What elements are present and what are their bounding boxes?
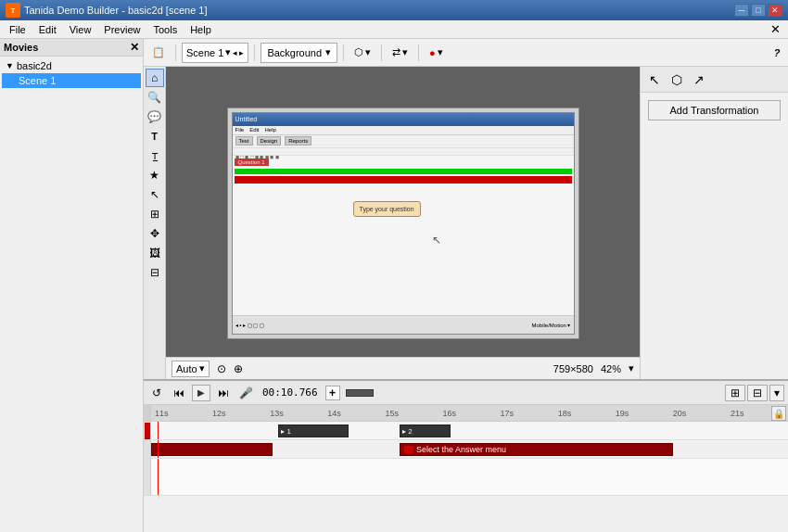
tool-crop[interactable]: ⊞ bbox=[146, 205, 164, 223]
cube-icon: ⬡ bbox=[354, 46, 363, 58]
canvas-info: 759×580 42% ▾ bbox=[553, 362, 634, 374]
tool-move[interactable]: ✥ bbox=[146, 224, 164, 243]
tool-home[interactable]: ⌂ bbox=[146, 69, 164, 87]
track-2-item-left[interactable] bbox=[151, 443, 273, 456]
transition-dropdown-arrow: ▾ bbox=[402, 46, 408, 58]
timeline-tracks: ▸ 1 ▸ 2 bbox=[144, 422, 788, 532]
lasso-icon[interactable]: ⊙ bbox=[217, 362, 226, 375]
track-1-label bbox=[144, 422, 151, 439]
maximize-button[interactable]: □ bbox=[751, 4, 766, 17]
menu-bar: File Edit View Preview Tools Help ✕ bbox=[0, 20, 788, 39]
track-3-content[interactable] bbox=[151, 459, 788, 495]
ruler-mark-11s: 11s bbox=[155, 409, 212, 418]
menu-help[interactable]: Help bbox=[184, 22, 217, 37]
new-scene-icon: 📋 bbox=[152, 46, 165, 58]
preview-status-icons: ◂ ▪ ▸ ◻ ◻ ◻ bbox=[235, 322, 264, 328]
play-button[interactable]: ▶ bbox=[192, 385, 210, 401]
timeline-toolbar: ↺ ⏮ ▶ ⏭ 🎤 00:10.766 + ⊞ ⊟ ▾ bbox=[144, 381, 788, 405]
background-dropdown[interactable]: Background ▾ bbox=[261, 43, 337, 63]
timeline-scrubber[interactable] bbox=[346, 389, 374, 397]
separator-1 bbox=[175, 44, 176, 61]
menu-preview[interactable]: Preview bbox=[98, 22, 146, 37]
tree-arrow-icon: ▼ bbox=[6, 61, 14, 70]
ruler-mark-13s: 13s bbox=[270, 409, 327, 418]
menu-tools[interactable]: Tools bbox=[147, 22, 183, 37]
preview-green-bar bbox=[235, 169, 572, 174]
separator-5 bbox=[418, 44, 419, 61]
track-2-content[interactable]: Select the Answer menu bbox=[151, 440, 788, 458]
playhead bbox=[158, 422, 159, 439]
tool-star[interactable]: ★ bbox=[146, 166, 164, 184]
tool-image[interactable]: 🖼 bbox=[146, 244, 164, 262]
main-toolbar: 📋 Scene 1 ▾ ◂ ▸ Background ▾ ⬡ ▾ ⇄ bbox=[144, 39, 788, 67]
path-tool-btn[interactable]: ↗ bbox=[689, 70, 709, 89]
title-bar: T Tanida Demo Builder - basic2d [scene 1… bbox=[0, 0, 788, 20]
ruler-mark-20s: 20s bbox=[673, 409, 731, 418]
preview-menu-edit: Edit bbox=[249, 127, 259, 133]
preview-tab1: Test bbox=[235, 136, 253, 146]
more-options-button[interactable]: ▾ bbox=[769, 385, 784, 401]
timeline-section: ↺ ⏮ ▶ ⏭ 🎤 00:10.766 + ⊞ ⊟ ▾ 11s bbox=[144, 379, 788, 532]
tool-comment[interactable]: 💬 bbox=[146, 108, 164, 126]
app-icon: T bbox=[6, 3, 20, 18]
minimize-button[interactable]: ─ bbox=[734, 4, 749, 17]
crosshair-icon[interactable]: ⊕ bbox=[234, 362, 243, 375]
scene-nav-prev[interactable]: ◂ bbox=[233, 48, 237, 57]
add-keyframe-button[interactable]: + bbox=[325, 386, 340, 400]
content-area: 📋 Scene 1 ▾ ◂ ▸ Background ▾ ⬡ ▾ ⇄ bbox=[144, 39, 788, 532]
collapse-tracks-button[interactable]: ⊟ bbox=[747, 385, 768, 401]
track-2-label bbox=[144, 440, 151, 458]
shape-tool-btn[interactable]: ⬡ bbox=[667, 70, 687, 89]
track-1-content[interactable]: ▸ 1 ▸ 2 bbox=[151, 422, 788, 439]
menu-edit[interactable]: Edit bbox=[33, 22, 62, 37]
ruler-left-gutter bbox=[144, 405, 151, 421]
preview-menu-help: Help bbox=[265, 127, 276, 133]
zoom-dropdown-arrow[interactable]: ▾ bbox=[629, 362, 634, 374]
tool-grid[interactable]: ⊟ bbox=[146, 263, 164, 282]
tool-zoom[interactable]: 🔍 bbox=[146, 88, 164, 107]
3d-button[interactable]: ⬡ ▾ bbox=[350, 43, 375, 63]
movies-close-icon[interactable]: ✕ bbox=[130, 41, 139, 54]
tool-select[interactable]: ↖ bbox=[146, 185, 164, 204]
menu-close-icon[interactable]: ✕ bbox=[767, 22, 784, 36]
ruler-mark-19s: 19s bbox=[616, 409, 673, 418]
preview-app-window: Untitled File Edit Help Test Design Repo… bbox=[232, 112, 575, 335]
track-2-item-main[interactable]: Select the Answer menu bbox=[400, 443, 673, 456]
scene-nav-next[interactable]: ▸ bbox=[239, 48, 244, 57]
preview-tooltip: Type your question bbox=[353, 201, 421, 217]
tree-root-label: basic2d bbox=[17, 60, 52, 71]
menu-view[interactable]: View bbox=[64, 22, 97, 37]
cursor-tool-btn[interactable]: ↖ bbox=[644, 70, 665, 89]
tool-text[interactable]: T bbox=[146, 127, 164, 146]
expand-tracks-button[interactable]: ⊞ bbox=[725, 385, 745, 401]
scene-dropdown-arrow: ▾ bbox=[225, 46, 231, 58]
separator-3 bbox=[343, 44, 344, 61]
undo-button[interactable]: ↺ bbox=[147, 385, 166, 401]
track-row-1: ▸ 1 ▸ 2 bbox=[144, 422, 788, 440]
timeline-item-2[interactable]: ▸ 2 bbox=[400, 424, 451, 437]
mic-button[interactable]: 🎤 bbox=[236, 385, 255, 401]
add-transformation-button[interactable]: Add Transformation bbox=[648, 100, 781, 120]
transition-button[interactable]: ⇄ ▾ bbox=[388, 43, 413, 63]
preview-tab3: Reports bbox=[285, 136, 311, 146]
skip-fwd-button[interactable]: ⏭ bbox=[214, 385, 233, 401]
canvas-bottom-bar: Auto ▾ ⊙ ⊕ 759×580 42% ▾ bbox=[166, 357, 640, 379]
flag-icon bbox=[404, 446, 413, 453]
record-button[interactable]: ● ▾ bbox=[425, 43, 448, 63]
menu-file[interactable]: File bbox=[4, 22, 32, 37]
auto-dropdown[interactable]: Auto ▾ bbox=[172, 361, 210, 377]
timeline-item-1[interactable]: ▸ 1 bbox=[278, 424, 349, 437]
separator-2 bbox=[254, 44, 255, 61]
scene-dropdown[interactable]: Scene 1 ▾ ◂ ▸ bbox=[182, 43, 248, 63]
new-scene-button[interactable]: 📋 bbox=[147, 43, 170, 63]
tree-item-scene1[interactable]: Scene 1 bbox=[2, 73, 141, 88]
lock-button[interactable]: 🔒 bbox=[771, 406, 786, 421]
close-button[interactable]: ✕ bbox=[768, 4, 782, 17]
preview-menu-file: File bbox=[235, 127, 245, 133]
skip-back-button[interactable]: ⏮ bbox=[170, 385, 188, 401]
track-3-label bbox=[144, 459, 151, 495]
tree-item-root[interactable]: ▼ basic2d bbox=[2, 58, 141, 73]
help-icon[interactable]: ? bbox=[769, 45, 784, 60]
cursor-icon: ↖ bbox=[432, 234, 441, 247]
tool-tbar[interactable]: T̲ bbox=[146, 146, 164, 165]
